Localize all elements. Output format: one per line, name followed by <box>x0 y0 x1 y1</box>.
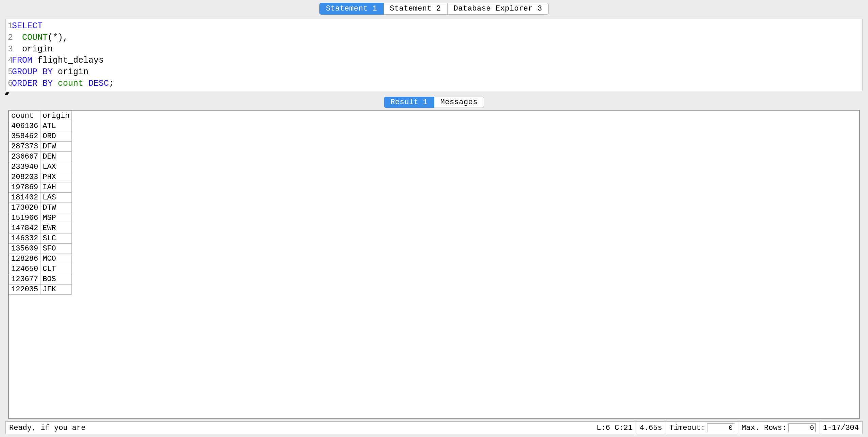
table-row[interactable]: 146332SLC <box>9 233 72 243</box>
table-row[interactable]: 358462ORD <box>9 131 72 141</box>
table-cell[interactable]: 124650 <box>9 264 40 274</box>
table-row[interactable]: 197869IAH <box>9 182 72 192</box>
status-maxrows: Max. Rows: <box>738 422 819 434</box>
table-cell[interactable]: EWR <box>40 223 72 233</box>
table-cell[interactable]: 147842 <box>9 223 40 233</box>
result-table: countorigin 406136ATL358462ORD287373DFW2… <box>9 111 72 295</box>
code-text[interactable]: ORDER BY count DESC; <box>12 78 114 90</box>
code-line[interactable]: 4FROM flight_delays <box>6 55 862 66</box>
table-row[interactable]: 208203PHX <box>9 172 72 182</box>
table-row[interactable]: 147842EWR <box>9 223 72 233</box>
table-cell[interactable]: JFK <box>40 284 72 294</box>
table-cell[interactable]: 197869 <box>9 182 40 192</box>
status-timeout: Timeout: <box>666 422 738 434</box>
column-header[interactable]: count <box>9 111 40 121</box>
sql-editor[interactable]: 1SELECT2 COUNT(*),3 origin4FROM flight_d… <box>5 19 863 91</box>
table-cell[interactable]: ORD <box>40 131 72 141</box>
code-text[interactable]: COUNT(*), <box>12 32 68 44</box>
line-number: 4 <box>6 55 12 66</box>
code-line[interactable]: 1SELECT <box>6 20 862 32</box>
tab-database-explorer-3[interactable]: Database Explorer 3 <box>448 3 549 15</box>
status-message: Ready, if you are <box>6 422 593 434</box>
table-cell[interactable]: 236667 <box>9 151 40 162</box>
table-cell[interactable]: MCO <box>40 254 72 264</box>
status-rowrange: 1-17/304 <box>819 422 862 434</box>
status-elapsed: 4.65s <box>636 422 666 434</box>
table-row[interactable]: 128286MCO <box>9 254 72 264</box>
table-row[interactable]: 173020DTW <box>9 203 72 213</box>
timeout-input[interactable] <box>707 423 734 432</box>
result-tabs: Result 1 Messages <box>0 96 868 110</box>
table-cell[interactable]: LAX <box>40 162 72 172</box>
maxrows-label: Max. Rows: <box>741 424 786 432</box>
code-text[interactable]: SELECT <box>12 20 43 32</box>
tab-statement-2[interactable]: Statement 2 <box>384 3 448 15</box>
table-row[interactable]: 123677BOS <box>9 274 72 284</box>
code-line[interactable]: 3 origin <box>6 44 862 55</box>
table-cell[interactable]: PHX <box>40 172 72 182</box>
column-header[interactable]: origin <box>40 111 72 121</box>
statement-tabs: Statement 1 Statement 2 Database Explore… <box>0 0 868 16</box>
table-cell[interactable]: 128286 <box>9 254 40 264</box>
table-cell[interactable]: IAH <box>40 182 72 192</box>
table-row[interactable]: 181402LAS <box>9 192 72 203</box>
line-number: 6 <box>6 78 12 90</box>
table-cell[interactable]: DTW <box>40 203 72 213</box>
line-number: 3 <box>6 44 12 55</box>
status-cursor: L:6 C:21 <box>593 422 636 434</box>
code-line[interactable]: 2 COUNT(*), <box>6 32 862 44</box>
table-row[interactable]: 406136ATL <box>9 121 72 131</box>
table-cell[interactable]: LAS <box>40 192 72 203</box>
code-text[interactable]: FROM flight_delays <box>12 55 104 66</box>
result-panel: countorigin 406136ATL358462ORD287373DFW2… <box>8 110 860 419</box>
table-cell[interactable]: 406136 <box>9 121 40 131</box>
table-cell[interactable]: CLT <box>40 264 72 274</box>
table-cell[interactable]: 181402 <box>9 192 40 203</box>
table-cell[interactable]: DEN <box>40 151 72 162</box>
line-number: 2 <box>6 32 12 44</box>
code-text[interactable]: origin <box>12 44 53 55</box>
table-row[interactable]: 151966MSP <box>9 213 72 223</box>
table-cell[interactable]: MSP <box>40 213 72 223</box>
table-row[interactable]: 236667DEN <box>9 151 72 162</box>
table-cell[interactable]: 287373 <box>9 141 40 151</box>
code-line[interactable]: 6ORDER BY count DESC; <box>6 78 862 90</box>
table-cell[interactable]: 151966 <box>9 213 40 223</box>
table-row[interactable]: 122035JFK <box>9 284 72 294</box>
line-number: 5 <box>6 66 12 78</box>
table-cell[interactable]: 358462 <box>9 131 40 141</box>
code-text[interactable]: GROUP BY origin <box>12 66 88 78</box>
pane-splitter[interactable]: ▲▼ <box>0 91 868 96</box>
table-cell[interactable]: 233940 <box>9 162 40 172</box>
table-cell[interactable]: SLC <box>40 233 72 243</box>
table-cell[interactable]: SFO <box>40 243 72 254</box>
line-number: 1 <box>6 20 12 32</box>
table-cell[interactable]: DFW <box>40 141 72 151</box>
table-cell[interactable]: 208203 <box>9 172 40 182</box>
table-row[interactable]: 135609SFO <box>9 243 72 254</box>
table-cell[interactable]: 146332 <box>9 233 40 243</box>
table-row[interactable]: 233940LAX <box>9 162 72 172</box>
tab-messages[interactable]: Messages <box>434 97 484 108</box>
table-cell[interactable]: BOS <box>40 274 72 284</box>
maxrows-input[interactable] <box>788 423 816 432</box>
tab-statement-1[interactable]: Statement 1 <box>319 3 384 15</box>
status-bar: Ready, if you are L:6 C:21 4.65s Timeout… <box>5 421 863 434</box>
table-cell[interactable]: 123677 <box>9 274 40 284</box>
tab-result-1[interactable]: Result 1 <box>384 97 434 108</box>
table-row[interactable]: 124650CLT <box>9 264 72 274</box>
table-cell[interactable]: 173020 <box>9 203 40 213</box>
code-line[interactable]: 5GROUP BY origin <box>6 66 862 78</box>
table-cell[interactable]: 135609 <box>9 243 40 254</box>
result-scroll[interactable]: countorigin 406136ATL358462ORD287373DFW2… <box>9 111 859 418</box>
table-cell[interactable]: 122035 <box>9 284 40 294</box>
timeout-label: Timeout: <box>669 424 705 432</box>
table-row[interactable]: 287373DFW <box>9 141 72 151</box>
table-cell[interactable]: ATL <box>40 121 72 131</box>
